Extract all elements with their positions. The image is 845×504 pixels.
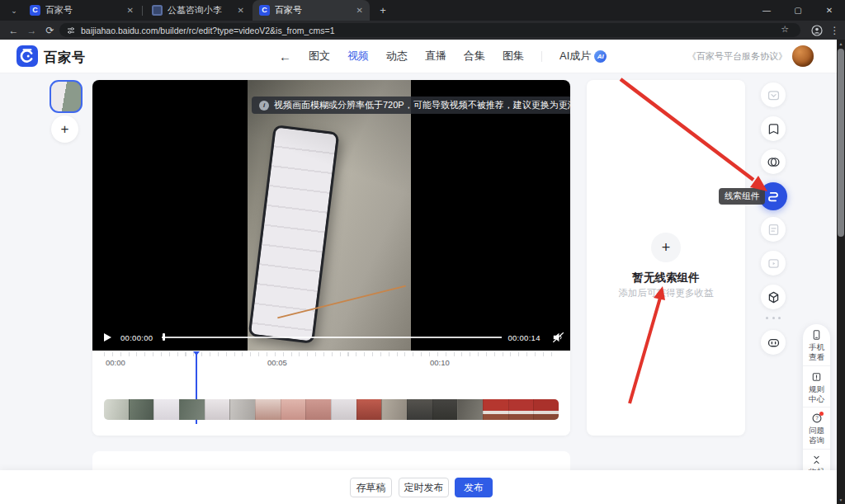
duration: 00:00:14 — [507, 333, 540, 342]
nav-divider — [541, 51, 542, 62]
tab-title: 百家号 — [45, 4, 73, 16]
player-controls: 00:00:00 00:00:14 — [92, 324, 570, 351]
url-bar[interactable]: baijiahao.baidu.com/builder/rc/edit?type… — [59, 23, 800, 37]
timeline-frame — [229, 399, 255, 420]
scroll-up-icon[interactable]: ▲ — [837, 41, 845, 46]
nav-item-video[interactable]: 视频 — [347, 49, 369, 64]
tab-close-icon[interactable]: ✕ — [356, 6, 363, 15]
info-icon: i — [259, 101, 269, 111]
tick-label: 00:10 — [430, 358, 450, 367]
widget-face-icon[interactable] — [761, 330, 786, 355]
maximize-button[interactable]: ▢ — [782, 0, 814, 21]
phone-in-video — [248, 125, 340, 344]
timeline-frame — [305, 399, 331, 420]
player-check-icon[interactable] — [761, 82, 786, 107]
more-dots-icon — [766, 317, 781, 319]
site-favicon — [152, 5, 163, 16]
nav-item-tuwen[interactable]: 图文 — [309, 49, 330, 64]
top-nav: ← 图文 视频 动态 直播 合集 图集 AI成片 AI — [279, 40, 607, 73]
add-video-button[interactable]: + — [51, 115, 78, 143]
timeline-frame — [356, 399, 382, 420]
brand-name: 百家号 — [44, 49, 86, 67]
timeline-filmstrip[interactable] — [104, 399, 559, 420]
leads-empty-title: 暂无线索组件 — [587, 271, 745, 285]
document-icon[interactable] — [761, 217, 786, 242]
timeline-panel: 00:00 00:05 00:10 — [92, 351, 570, 436]
seek-handle[interactable] — [163, 333, 165, 341]
scroll-down-icon[interactable]: ▼ — [837, 497, 845, 502]
close-button[interactable]: ✕ — [814, 0, 845, 21]
add-lead-component-button[interactable]: + — [651, 233, 681, 262]
browser-tab-active[interactable]: C 百家号 ✕ — [253, 0, 370, 21]
nav-item-heji[interactable]: 合集 — [464, 49, 485, 64]
video-thumbnail-selected[interactable] — [50, 80, 83, 113]
browser-tab-2[interactable]: 公墓咨询小李 ✕ — [145, 0, 251, 21]
timeline-ruler[interactable] — [104, 352, 559, 356]
mute-icon[interactable] — [552, 332, 565, 343]
save-draft-button[interactable]: 存草稿 — [350, 478, 392, 497]
tab-title: 公墓咨询小李 — [168, 4, 222, 16]
rules-center-button[interactable]: 规则中心 — [803, 365, 830, 407]
nav-item-ai[interactable]: AI成片 AI — [559, 49, 607, 64]
right-tools-panel: 手机查看 规则中心 ? 问题咨询 收起 — [803, 324, 830, 490]
back-icon[interactable]: ← — [7, 23, 21, 37]
screen: ⌄ C 百家号 ✕ 公墓咨询小李 ✕ C 百家号 ✕ + — ▢ ✕ ← → ⟳ — [0, 0, 845, 504]
tab-title: 百家号 — [275, 4, 302, 16]
browser-address-bar: ← → ⟳ baijiahao.baidu.com/builder/rc/edi… — [0, 21, 845, 40]
tab-close-icon[interactable]: ✕ — [238, 6, 244, 15]
minimize-button[interactable]: — — [751, 0, 782, 21]
nav-back-icon[interactable]: ← — [279, 49, 291, 64]
browser-tab-1[interactable]: C 百家号 ✕ — [23, 0, 140, 21]
video-player[interactable]: i 视频画面模糊或分辨率低于720P，可能导致视频不被推荐，建议更换为更清晰的视… — [92, 80, 570, 351]
tab-search-icon[interactable]: ⌄ — [7, 4, 21, 16]
menu-icon[interactable]: ⋮ — [828, 23, 842, 37]
tab-close-icon[interactable]: ✕ — [127, 6, 134, 15]
site-settings-icon[interactable] — [67, 26, 75, 35]
cube-icon[interactable] — [761, 285, 786, 309]
timeline-frame — [483, 399, 508, 420]
scrollbar-thumb[interactable] — [838, 49, 844, 237]
timeline-frame — [508, 399, 534, 420]
question-consult-button[interactable]: ? 问题咨询 — [803, 407, 830, 449]
timeline-frame — [381, 399, 407, 420]
timeline-frame — [281, 399, 306, 420]
user-avatar[interactable] — [792, 45, 814, 67]
video-frame-preview — [248, 80, 411, 351]
leads-panel: + 暂无线索组件 添加后可获得更多收益 — [587, 80, 745, 436]
tool-label: 问题咨询 — [807, 426, 827, 445]
seek-bar[interactable] — [162, 337, 502, 338]
tool-label: 规则中心 — [807, 384, 827, 404]
leads-tooltip: 线索组件 — [719, 188, 765, 205]
ai-label: AI成片 — [559, 49, 591, 64]
phone-preview-button[interactable]: 手机查看 — [803, 324, 830, 365]
video-icon[interactable] — [761, 251, 786, 276]
profile-icon[interactable] — [810, 23, 824, 37]
nav-item-zhibo[interactable]: 直播 — [425, 49, 446, 64]
ai-badge-icon: AI — [594, 50, 607, 63]
new-tab-button[interactable]: + — [376, 3, 389, 16]
notification-dot — [819, 412, 824, 416]
reload-icon[interactable]: ⟳ — [43, 23, 57, 37]
timeline-frame — [432, 399, 458, 420]
warning-text: 视频画面模糊或分辨率低于720P，可能导致视频不被推荐，建议更换为更清晰的视频 — [274, 99, 570, 111]
overlap-circles-icon[interactable] — [761, 149, 786, 174]
tick-label: 00:05 — [267, 358, 287, 367]
play-icon[interactable] — [104, 333, 111, 341]
timeline-frame — [129, 399, 154, 420]
tab-separator — [142, 6, 143, 16]
page-scrollbar[interactable]: ▲ ▼ — [837, 40, 845, 504]
nav-item-tuji[interactable]: 图集 — [503, 49, 524, 64]
schedule-publish-button[interactable]: 定时发布 — [399, 478, 449, 497]
nav-item-dongtai[interactable]: 动态 — [386, 49, 408, 64]
publish-button[interactable]: 发布 — [455, 478, 493, 497]
forward-icon[interactable]: → — [25, 23, 39, 37]
baijiahao-logo-icon[interactable] — [17, 45, 38, 67]
timeline-frame — [533, 399, 559, 420]
window-controls: — ▢ ✕ — [751, 0, 845, 21]
bookmark-star-icon[interactable]: ☆ — [781, 24, 789, 35]
url-text: baijiahao.baidu.com/builder/rc/edit?type… — [81, 26, 335, 35]
current-time: 00:00:00 — [120, 333, 153, 342]
platform-agreement-link[interactable]: 《百家号平台服务协议》 — [687, 40, 787, 73]
timeline-frame — [331, 399, 356, 420]
comment-icon[interactable] — [761, 116, 786, 141]
